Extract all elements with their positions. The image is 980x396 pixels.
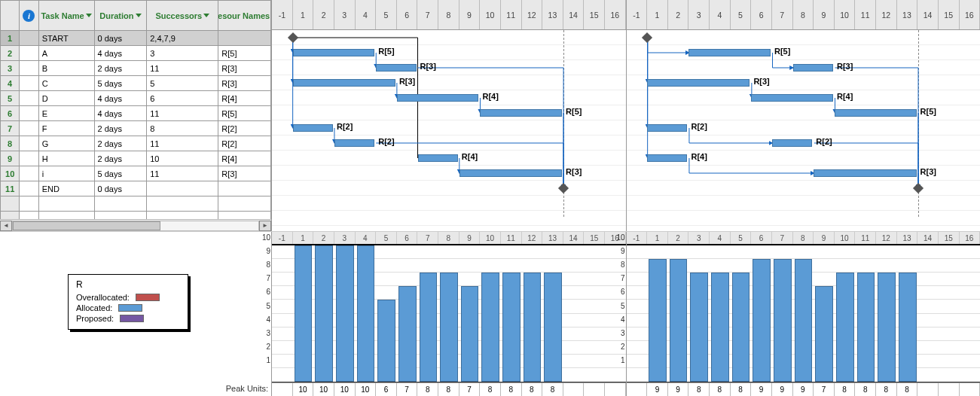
cell-task-name[interactable]: END <box>38 181 94 196</box>
gantt-bar[interactable] <box>293 49 375 56</box>
cell-info[interactable] <box>20 76 38 91</box>
histogram-bar[interactable] <box>295 245 313 382</box>
histogram-bar[interactable] <box>420 273 438 382</box>
histogram-bar[interactable] <box>670 259 688 382</box>
row-number[interactable]: 9 <box>1 151 20 166</box>
scroll-track[interactable] <box>12 221 259 231</box>
cell-duration[interactable]: 0 days <box>94 31 147 46</box>
cell-info[interactable] <box>20 121 38 136</box>
cell-resources[interactable]: R[2] <box>218 136 271 151</box>
cell-successors[interactable] <box>147 181 218 196</box>
histogram-bar[interactable] <box>315 245 333 382</box>
cell-resources[interactable]: R[5] <box>218 106 271 121</box>
row-number[interactable]: 8 <box>1 136 20 151</box>
row-number[interactable]: 1 <box>1 31 20 46</box>
cell-successors[interactable]: 11 <box>147 166 218 181</box>
histogram-bar[interactable] <box>481 273 499 382</box>
cell-info[interactable] <box>20 61 38 76</box>
cell-resources[interactable] <box>218 181 271 196</box>
histogram-bar[interactable] <box>377 300 395 382</box>
task-table[interactable]: i Task Name Duration Successors Resour N… <box>0 0 271 227</box>
histogram-bar[interactable] <box>544 273 562 382</box>
col-task-name[interactable]: Task Name <box>38 1 94 31</box>
col-duration[interactable]: Duration <box>94 1 147 31</box>
cell-successors[interactable]: 3 <box>147 46 218 61</box>
resource-histogram-levelled[interactable]: -112345678910111213141516 12345678910 99… <box>626 232 981 396</box>
cell-task-name[interactable]: G <box>38 136 94 151</box>
col-resources[interactable]: Resour Names <box>218 1 271 31</box>
cell-successors[interactable]: 11 <box>147 106 218 121</box>
table-row[interactable]: 2A4 days3R[5] <box>1 46 271 61</box>
gantt-bar[interactable] <box>793 64 833 72</box>
row-number[interactable]: 7 <box>1 121 20 136</box>
cell-info[interactable] <box>20 181 38 196</box>
histogram-bar[interactable] <box>753 259 771 382</box>
gantt-bar[interactable] <box>480 109 562 117</box>
cell-task-name[interactable]: D <box>38 91 94 106</box>
cell-duration[interactable]: 0 days <box>94 181 147 196</box>
gantt-bar[interactable] <box>293 124 333 132</box>
cell-task-name[interactable]: H <box>38 151 94 166</box>
gantt-bar[interactable] <box>814 169 916 177</box>
cell-resources[interactable]: R[3] <box>218 166 271 181</box>
histogram-bar[interactable] <box>649 259 667 382</box>
histogram-bar[interactable] <box>795 259 813 382</box>
row-number[interactable]: 6 <box>1 106 20 121</box>
histogram-bar[interactable] <box>836 273 854 382</box>
table-row[interactable]: 9H2 days10R[4] <box>1 151 271 166</box>
row-number[interactable]: 4 <box>1 76 20 91</box>
cell-task-name[interactable]: A <box>38 46 94 61</box>
gantt-bar[interactable] <box>293 79 395 87</box>
histogram-bar[interactable] <box>774 259 792 382</box>
cell-info[interactable] <box>20 31 38 46</box>
cell-duration[interactable]: 4 days <box>94 106 147 121</box>
col-row-number[interactable] <box>1 1 20 31</box>
cell-successors[interactable]: 6 <box>147 91 218 106</box>
histogram-bar[interactable] <box>878 273 896 382</box>
row-number[interactable]: 2 <box>1 46 20 61</box>
table-row[interactable]: 6E4 days11R[5] <box>1 106 271 121</box>
row-number[interactable]: 11 <box>1 181 20 196</box>
cell-resources[interactable]: R[4] <box>218 91 271 106</box>
table-row[interactable]: 3B2 days11R[3] <box>1 61 271 76</box>
cell-duration[interactable]: 5 days <box>94 166 147 181</box>
cell-successors[interactable]: 8 <box>147 121 218 136</box>
cell-duration[interactable]: 2 days <box>94 61 147 76</box>
gantt-bar[interactable] <box>688 49 771 56</box>
cell-resources[interactable] <box>218 31 271 46</box>
table-row[interactable]: 7F2 days8R[2] <box>1 121 271 136</box>
histogram-bar[interactable] <box>815 286 833 382</box>
table-row[interactable]: 11END0 days <box>1 181 271 196</box>
cell-info[interactable] <box>20 91 38 106</box>
gantt-bar[interactable] <box>647 79 750 87</box>
gantt-bar[interactable] <box>647 154 687 162</box>
table-row[interactable]: 1START0 days2,4,7,9 <box>1 31 271 46</box>
col-info[interactable]: i <box>20 1 38 31</box>
resource-histogram-original[interactable]: -112345678910111213141516 12345678910 10… <box>271 232 626 396</box>
table-row[interactable]: 4C5 days5R[3] <box>1 76 271 91</box>
scroll-thumb[interactable] <box>13 221 160 230</box>
cell-info[interactable] <box>20 46 38 61</box>
gantt-bar[interactable] <box>459 169 562 177</box>
cell-info[interactable] <box>20 106 38 121</box>
table-row[interactable]: 10i5 days11R[3] <box>1 166 271 181</box>
row-number[interactable]: 3 <box>1 61 20 76</box>
histogram-bar[interactable] <box>502 273 521 382</box>
cell-resources[interactable]: R[3] <box>218 61 271 76</box>
cell-duration[interactable]: 2 days <box>94 136 147 151</box>
cell-duration[interactable]: 5 days <box>94 76 147 91</box>
cell-task-name[interactable]: i <box>38 166 94 181</box>
histogram-bar[interactable] <box>690 273 708 382</box>
gantt-bar[interactable] <box>418 154 458 162</box>
cell-successors[interactable]: 11 <box>147 61 218 76</box>
gantt-bar[interactable] <box>647 124 687 132</box>
cell-successors[interactable]: 11 <box>147 136 218 151</box>
gantt-bar[interactable] <box>376 64 416 72</box>
row-number[interactable]: 5 <box>1 91 20 106</box>
gantt-chart-original[interactable]: -112345678910111213141516 R[5]R[3]R[3]R[… <box>271 0 626 231</box>
table-row[interactable]: 8G2 days11R[2] <box>1 136 271 151</box>
cell-duration[interactable]: 4 days <box>94 91 147 106</box>
gantt-bar[interactable] <box>751 94 833 102</box>
histogram-bar[interactable] <box>899 273 917 382</box>
cell-duration[interactable]: 2 days <box>94 151 147 166</box>
